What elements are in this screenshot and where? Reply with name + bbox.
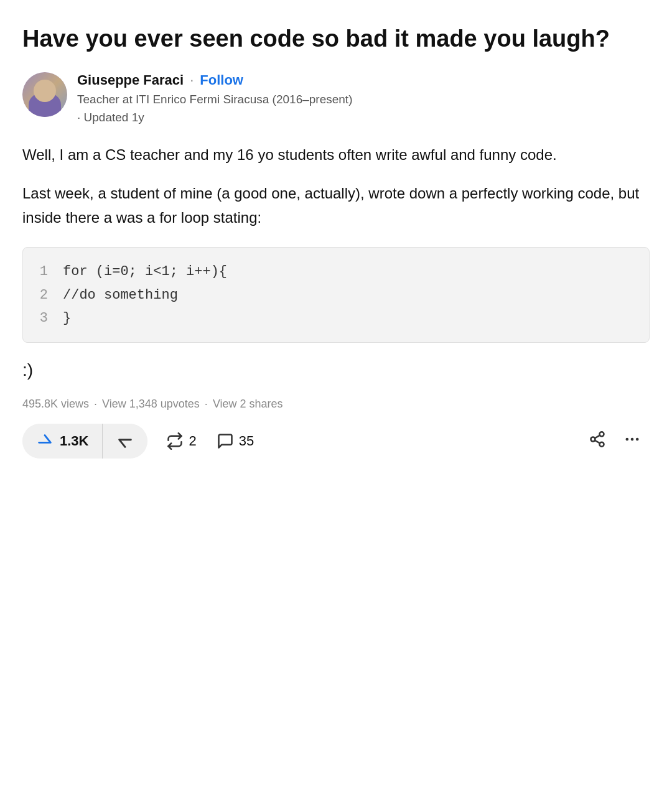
upvote-icon xyxy=(36,432,54,450)
upvotes-link[interactable]: View 1,348 upvotes xyxy=(102,398,200,411)
line-number-2: 2 xyxy=(38,284,48,307)
action-buttons: 2 35 xyxy=(157,425,263,457)
code-line-1: 1 for (i=0; i<1; i++){ xyxy=(38,260,634,283)
stats-separator-2: · xyxy=(205,398,208,411)
answer-body: Well, I am a CS teacher and my 16 yo stu… xyxy=(22,143,650,230)
shares-link[interactable]: View 2 shares xyxy=(213,398,283,411)
question-title: Have you ever seen code so bad it made y… xyxy=(22,25,650,54)
updated-timestamp: · Updated 1y xyxy=(77,111,352,124)
avatar[interactable] xyxy=(22,72,67,117)
stats-separator-1: · xyxy=(94,398,97,411)
upvote-button[interactable]: 1.3K xyxy=(22,424,103,459)
repost-button[interactable]: 2 xyxy=(157,425,205,457)
code-line-2: 2 //do something xyxy=(38,284,634,307)
repost-icon xyxy=(166,432,184,450)
svg-line-3 xyxy=(595,440,600,444)
code-block: 1 for (i=0; i<1; i++){ 2 //do something … xyxy=(22,247,650,343)
downvote-button[interactable] xyxy=(103,424,147,459)
comment-icon xyxy=(217,432,234,450)
dot-separator: · xyxy=(190,72,194,88)
line-content-2: //do something xyxy=(63,284,178,307)
views-count: 495.8K views xyxy=(22,398,89,411)
line-content-3: } xyxy=(63,307,71,330)
follow-button[interactable]: Follow xyxy=(200,72,243,88)
line-content-1: for (i=0; i<1; i++){ xyxy=(63,260,227,283)
svg-point-6 xyxy=(631,438,634,441)
action-bar: 1.3K 2 35 xyxy=(22,423,650,459)
share-button[interactable] xyxy=(580,423,615,459)
svg-line-4 xyxy=(595,436,600,439)
downvote-icon xyxy=(116,432,134,450)
comment-count: 35 xyxy=(239,433,254,449)
code-line-3: 3 } xyxy=(38,307,634,330)
svg-point-7 xyxy=(636,438,639,441)
line-number-1: 1 xyxy=(38,260,48,283)
answer-paragraph-2: Last week, a student of mine (a good one… xyxy=(22,182,650,230)
author-name: Giuseppe Faraci xyxy=(77,72,184,88)
author-info: Giuseppe Faraci · Follow Teacher at ITI … xyxy=(77,72,352,125)
author-credential: Teacher at ITI Enrico Fermi Siracusa (20… xyxy=(77,91,352,109)
upvote-count: 1.3K xyxy=(60,433,88,449)
repost-count: 2 xyxy=(189,433,196,449)
more-icon xyxy=(623,431,641,448)
share-icon xyxy=(589,431,606,448)
vote-button-group: 1.3K xyxy=(22,424,147,459)
more-options-button[interactable] xyxy=(615,423,650,459)
stats-row: 495.8K views · View 1,348 upvotes · View… xyxy=(22,398,650,411)
svg-point-5 xyxy=(626,438,629,441)
line-number-3: 3 xyxy=(38,307,48,330)
comment-button[interactable]: 35 xyxy=(208,425,263,457)
smiley-text: :) xyxy=(22,360,650,380)
author-section: Giuseppe Faraci · Follow Teacher at ITI … xyxy=(22,72,650,125)
answer-paragraph-1: Well, I am a CS teacher and my 16 yo stu… xyxy=(22,143,650,167)
